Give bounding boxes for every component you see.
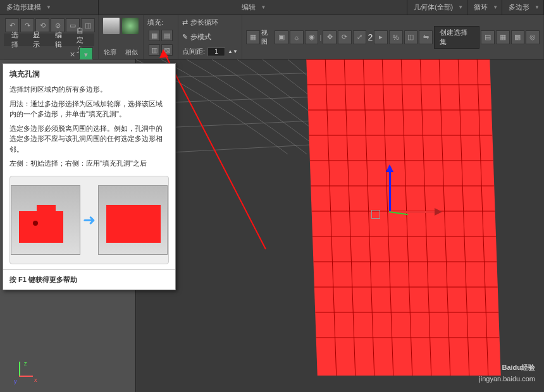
render-icon[interactable]: ◎ — [526, 30, 540, 44]
svg-line-19 — [458, 59, 469, 376]
svg-line-17 — [420, 59, 431, 376]
after-image — [98, 185, 168, 255]
menu-polygon[interactable]: 多边形 — [506, 3, 532, 12]
tab-edit[interactable]: 编辑 — [51, 29, 68, 51]
light-icon[interactable]: ☼ — [290, 30, 304, 44]
top-menu-bar: 多边形建模 ▼ 编辑 ▼ 几何体(全部) ▼ 循环 ▼ 多边形 ▼ — [0, 0, 544, 15]
chevron-down-icon: ▼ — [261, 4, 266, 10]
arrow-right-icon: ➜ — [83, 211, 96, 229]
point-dist-label: 点间距: — [182, 47, 205, 56]
fill-mode2-icon[interactable]: ▤ — [161, 30, 173, 41]
svg-line-12 — [325, 59, 336, 376]
fill-label: 填充: — [147, 18, 163, 27]
svg-line-18 — [439, 59, 450, 376]
step-grow-label[interactable]: 步长循环 — [190, 18, 218, 27]
fill-mode4-icon[interactable]: ▧ — [161, 44, 173, 56]
main-toolbar: ↶ ↷ ⟲ ⊘ ▭ ◫ 选择 显示 编辑 自定义 ✕ ▾ 轮廓 相似 填充: — [0, 15, 544, 59]
svg-line-20 — [477, 59, 488, 376]
material-icon[interactable]: ▩ — [511, 30, 525, 44]
scale-icon[interactable]: ⤢ — [353, 30, 367, 44]
before-image — [11, 185, 80, 255]
view-label[interactable]: 视图 — [261, 28, 274, 46]
tooltip-desc: 选择封闭区域内的所有多边形。 — [3, 82, 175, 97]
layers-icon[interactable]: ▤ — [481, 30, 495, 44]
chevron-down-icon: ▼ — [535, 4, 540, 10]
schematic-icon[interactable]: ▦ — [496, 30, 510, 44]
camera-icon[interactable]: ▣ — [275, 30, 288, 44]
help-tooltip: 填充孔洞 选择封闭区域内的所有多边形。 用法：通过多边形选择为区域加轮廓，选择该… — [3, 63, 176, 290]
show-icon[interactable]: ◉ — [305, 30, 319, 44]
viewport-config-icon[interactable]: ▦ — [246, 30, 260, 44]
similar-tool-icon[interactable] — [121, 17, 139, 35]
svg-line-16 — [401, 59, 412, 376]
tab-display[interactable]: 显示 — [29, 29, 46, 51]
svg-line-13 — [344, 59, 355, 376]
chevron-down-icon: ▼ — [458, 4, 463, 10]
chevron-down-icon: ▼ — [46, 4, 51, 10]
tooltip-illustration: ➜ — [9, 176, 169, 264]
close-icon[interactable]: ✕ — [68, 50, 77, 59]
chevron-down-icon: ▼ — [493, 4, 498, 10]
viewport-perspective[interactable] — [136, 59, 544, 392]
poly-edges — [306, 59, 500, 376]
gizmo-z-axis[interactable] — [389, 167, 391, 211]
step-mode-label[interactable]: 步模式 — [190, 32, 211, 42]
step-mode-icon: ✎ — [182, 33, 188, 41]
rotate-icon[interactable]: ⟳ — [338, 30, 352, 44]
percent-icon[interactable]: % — [389, 30, 403, 44]
gizmo-screen-handle[interactable] — [371, 210, 380, 219]
fill-mode3-icon[interactable]: ▥ — [149, 44, 160, 56]
watermark-brand: Baidu经验 — [502, 364, 535, 371]
create-sel-label[interactable]: 创建选择集 — [434, 26, 479, 49]
align-icon[interactable]: ◫ — [404, 30, 418, 44]
similar-label: 相似 — [125, 48, 138, 57]
scale-value: 2 — [368, 32, 373, 42]
watermark: Baidu经验 jingyan.baidu.com — [479, 355, 535, 383]
svg-line-15 — [382, 59, 393, 376]
fill-mode1-icon[interactable]: ▦ — [149, 30, 160, 41]
selected-polygons[interactable] — [306, 59, 500, 376]
tooltip-usage: 用法：通过多边形选择为区域加轮廓，选择该区域内的一个多边形，并单击"填充孔洞"。 — [3, 97, 175, 121]
tab-select[interactable]: 选择 — [8, 29, 24, 51]
move-icon[interactable]: ✥ — [323, 30, 337, 44]
watermark-url: jingyan.baidu.com — [479, 375, 535, 383]
outline-tool-icon[interactable] — [102, 17, 120, 35]
outline-label: 轮廓 — [104, 48, 116, 57]
point-dist-spinner[interactable]: 1 — [207, 47, 225, 56]
tooltip-caption: 左侧：初始选择；右侧：应用"填充孔洞"之后 — [3, 156, 175, 171]
snap-icon[interactable]: ▸ — [374, 30, 388, 44]
mirror-icon[interactable]: ⇋ — [419, 30, 433, 44]
tooltip-note: 选定多边形必须脱离周围的选择。例如，孔洞中的选定多边形不应与该孔洞周围的任何选定… — [3, 121, 175, 157]
menu-poly-modeling[interactable]: 多边形建模 — [4, 3, 44, 12]
menu-edit[interactable]: 编辑 — [239, 3, 258, 12]
spinner-arrows-icon[interactable]: ▲▼ — [228, 49, 238, 54]
menu-loop[interactable]: 循环 — [471, 3, 490, 12]
menu-geometry[interactable]: 几何体(全部) — [411, 3, 455, 12]
step-grow-icon: ⇄ — [182, 18, 188, 27]
tooltip-footer: 按 F1 键获得更多帮助 — [3, 269, 175, 290]
tooltip-title: 填充孔洞 — [3, 64, 175, 82]
